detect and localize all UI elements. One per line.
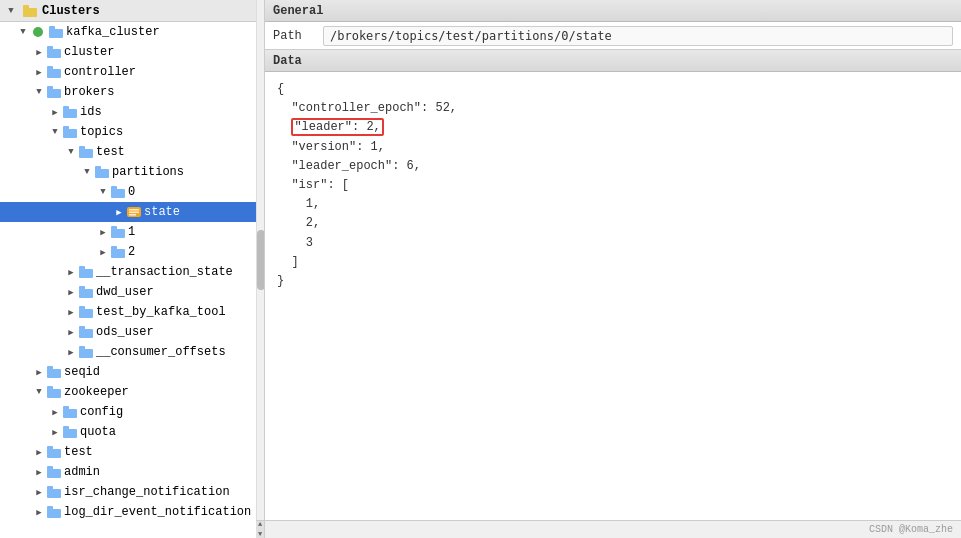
svg-rect-49 [47,466,53,470]
svg-rect-27 [111,246,117,250]
leader-highlight: "leader": 2, [291,118,383,136]
tree-item-cluster[interactable]: cluster [0,42,264,62]
ods-user-arrow[interactable] [64,325,78,339]
tree-item-state[interactable]: state [0,202,264,222]
code-line-1: { [277,80,949,99]
dwd-user-arrow[interactable] [64,285,78,299]
svg-rect-48 [47,469,61,478]
isr-change-arrow[interactable] [32,485,46,499]
ids-label: ids [80,105,102,119]
svg-rect-46 [47,449,61,458]
tree-item-consumer-offsets[interactable]: __consumer_offsets [0,342,264,362]
test-kafka-tool-arrow[interactable] [64,305,78,319]
svg-rect-36 [79,349,93,358]
ids-arrow[interactable] [48,105,62,119]
svg-rect-26 [111,249,125,258]
svg-rect-7 [47,66,53,70]
tree-item-brokers[interactable]: brokers [0,82,264,102]
consumer-offsets-icon [78,344,94,360]
test2-arrow[interactable] [32,445,46,459]
right-panel: General Path /brokers/topics/test/partit… [265,0,961,538]
svg-rect-4 [47,49,61,58]
tree-item-partitions[interactable]: partitions [0,162,264,182]
tree-item-isr-change[interactable]: isr_change_notification [0,482,264,502]
clusters-arrow[interactable] [4,4,18,18]
log-dir-arrow[interactable] [32,505,46,519]
tree-item-quota[interactable]: quota [0,422,264,442]
test-label: test [96,145,125,159]
kafka-cluster-label: kafka_cluster [66,25,160,39]
tree-container: kafka_cluster cluster [0,22,264,522]
tree-item-test[interactable]: test [0,142,264,162]
tree-item-controller[interactable]: controller [0,62,264,82]
tree-item-config[interactable]: config [0,402,264,422]
test-arrow[interactable] [64,145,78,159]
test-kafka-tool-icon [78,304,94,320]
tree-item-ods-user[interactable]: ods_user [0,322,264,342]
tree-item-partition-2[interactable]: 2 [0,242,264,262]
code-line-2: "controller_epoch": 52, [277,99,949,118]
tree-item-log-dir[interactable]: log_dir_event_notification [0,502,264,522]
tree-item-partition-1[interactable]: 1 [0,222,264,242]
clusters-label: Clusters [42,4,100,18]
admin-icon [46,464,62,480]
left-panel[interactable]: Clusters kafka_cluster [0,0,265,538]
partitions-arrow[interactable] [80,165,94,179]
topics-arrow[interactable] [48,125,62,139]
admin-arrow[interactable] [32,465,46,479]
tree-item-kafka-cluster[interactable]: kafka_cluster [0,22,264,42]
svg-rect-40 [47,389,61,398]
svg-rect-42 [63,409,77,418]
code-line-3: "leader": 2, [277,118,949,137]
quota-arrow[interactable] [48,425,62,439]
svg-rect-50 [47,489,61,498]
cluster-label: cluster [64,45,114,59]
brokers-label: brokers [64,85,114,99]
state-arrow[interactable] [112,205,126,219]
svg-rect-24 [111,229,125,238]
zookeeper-arrow[interactable] [32,385,46,399]
log-dir-label: log_dir_event_notification [64,505,251,519]
data-content[interactable]: { "controller_epoch": 52, "leader": 2, "… [265,72,961,520]
svg-rect-34 [79,329,93,338]
tree-item-test2[interactable]: test [0,442,264,462]
tree-item-transaction-state[interactable]: __transaction_state [0,262,264,282]
tree-item-admin[interactable]: admin [0,462,264,482]
partition-2-arrow[interactable] [96,245,110,259]
data-header: Data [265,50,961,72]
zookeeper-label: zookeeper [64,385,129,399]
tree-item-seqid[interactable]: seqid [0,362,264,382]
cluster-arrow[interactable] [32,45,46,59]
transaction-state-icon [78,264,94,280]
partition-1-arrow[interactable] [96,225,110,239]
code-line-7: 1, [277,195,949,214]
tree-item-dwd-user[interactable]: dwd_user [0,282,264,302]
svg-rect-10 [63,109,77,118]
svg-rect-31 [79,286,85,290]
svg-rect-3 [49,26,55,30]
consumer-offsets-arrow[interactable] [64,345,78,359]
folder-icon [22,3,38,19]
transaction-state-arrow[interactable] [64,265,78,279]
brokers-arrow[interactable] [32,85,46,99]
svg-rect-12 [63,129,77,138]
seqid-arrow[interactable] [32,365,46,379]
code-line-10: ] [277,253,949,272]
partition-2-icon [110,244,126,260]
tree-item-topics[interactable]: topics [0,122,264,142]
data-label: Data [273,54,302,68]
isr-change-label: isr_change_notification [64,485,230,499]
tree-item-zookeeper[interactable]: zookeeper [0,382,264,402]
svg-rect-29 [79,266,85,270]
svg-rect-37 [79,346,85,350]
test-icon [78,144,94,160]
partition-0-arrow[interactable] [96,185,110,199]
controller-icon [46,64,62,80]
tree-item-partition-0[interactable]: 0 [0,182,264,202]
controller-arrow[interactable] [32,65,46,79]
kafka-cluster-arrow[interactable] [16,25,30,39]
config-arrow[interactable] [48,405,62,419]
test2-label: test [64,445,93,459]
tree-item-ids[interactable]: ids [0,102,264,122]
tree-item-test-by-kafka-tool[interactable]: test_by_kafka_tool [0,302,264,322]
